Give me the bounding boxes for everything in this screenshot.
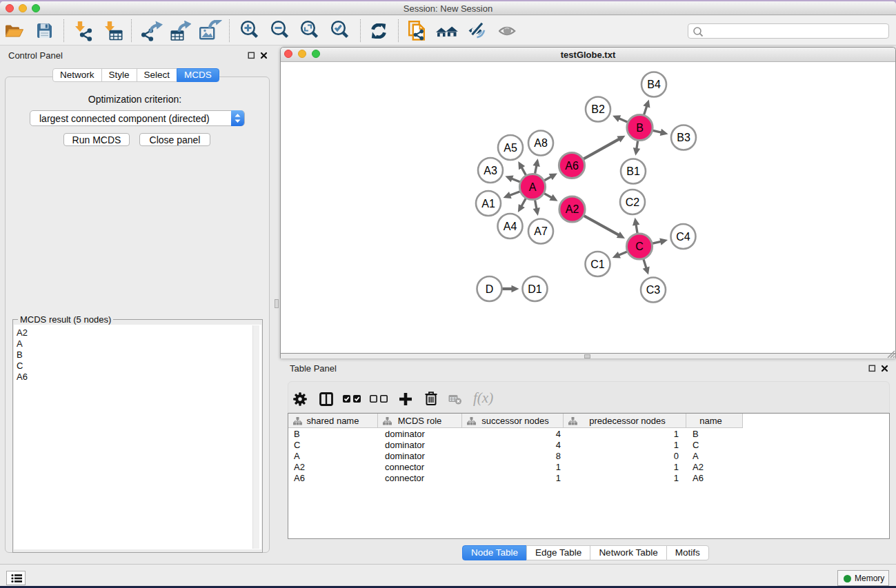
svg-text:A1: A1 [481, 198, 495, 210]
svg-text:C2: C2 [626, 196, 640, 208]
svg-text:D: D [486, 283, 494, 295]
svg-text:A: A [529, 181, 537, 193]
svg-text:A8: A8 [534, 137, 548, 149]
svg-text:B3: B3 [677, 132, 690, 143]
svg-text:C: C [635, 241, 644, 252]
svg-text:A6: A6 [565, 160, 579, 172]
svg-text:B: B [636, 122, 644, 134]
svg-text:C4: C4 [676, 231, 690, 243]
svg-text:C3: C3 [646, 284, 661, 296]
svg-text:A7: A7 [534, 225, 548, 237]
svg-text:B1: B1 [626, 165, 640, 177]
svg-text:A2: A2 [566, 203, 579, 215]
svg-text:D1: D1 [528, 283, 542, 295]
svg-text:C1: C1 [590, 258, 605, 270]
svg-text:A3: A3 [484, 165, 497, 176]
svg-text:A5: A5 [504, 142, 517, 154]
svg-text:B4: B4 [647, 79, 661, 90]
svg-text:A4: A4 [504, 221, 517, 232]
svg-text:B2: B2 [591, 103, 605, 115]
